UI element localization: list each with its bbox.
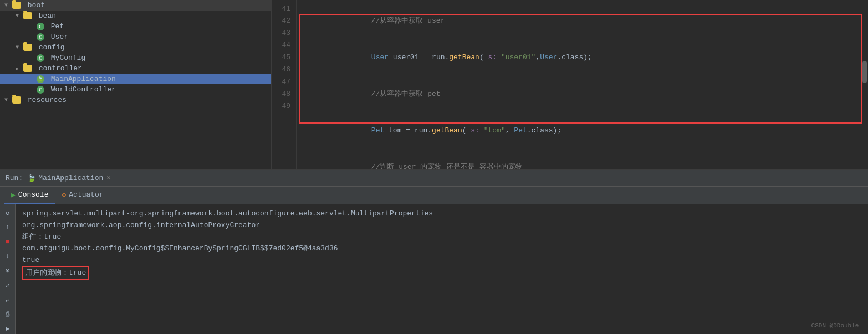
folder-icon-config bbox=[23, 44, 32, 51]
code-43-type: User bbox=[371, 53, 389, 61]
code-content[interactable]: //从容器中获取 user User user01 = run.getBean(… bbox=[297, 0, 868, 169]
code-45-1 bbox=[336, 126, 371, 135]
tree-item-resources[interactable]: ▼ resources bbox=[0, 95, 271, 105]
tab-console-label: Console bbox=[18, 191, 49, 199]
tree-item-myconfig[interactable]: C MyConfig bbox=[0, 53, 271, 63]
tree-label-myconfig: MyConfig bbox=[51, 54, 85, 62]
code-45-type: Pet bbox=[371, 126, 384, 135]
tree-item-user[interactable]: C User bbox=[0, 32, 271, 42]
class-icon-wc: C bbox=[37, 86, 44, 94]
line-num-47: 47 bbox=[272, 76, 290, 88]
run-app-name: 🍃 MainApplication bbox=[27, 174, 103, 183]
tabs-row: ▶ Console ⚙ Actuator bbox=[0, 187, 868, 204]
code-45-4 bbox=[479, 126, 484, 135]
print-button[interactable]: ⎙ bbox=[2, 310, 13, 320]
arrow-controller: ▶ bbox=[16, 65, 23, 72]
tree-item-controller[interactable]: ▶ controller bbox=[0, 63, 271, 74]
line-num-46: 46 bbox=[272, 64, 290, 76]
tab-console[interactable]: ▶ Console bbox=[4, 187, 55, 204]
arrow-bean: ▼ bbox=[16, 13, 23, 19]
rerun-button[interactable]: ↺ bbox=[2, 208, 13, 218]
arrow-config: ▼ bbox=[16, 44, 23, 50]
code-45-3: ( bbox=[462, 126, 471, 135]
comment-42: //从容器中获取 user bbox=[336, 17, 445, 25]
console-icon: ▶ bbox=[11, 191, 16, 199]
line-num-48: 48 bbox=[272, 88, 290, 100]
line-num-45: 45 bbox=[272, 52, 290, 64]
code-line-46: //判断 user 的宠物 还是不是 容器中的宠物 bbox=[302, 149, 862, 169]
run-label: Run: bbox=[6, 174, 23, 182]
folder-icon-boot bbox=[12, 2, 21, 9]
code-45-5: , bbox=[506, 126, 514, 135]
run-button[interactable]: ▶ bbox=[2, 324, 13, 334]
wrap-button[interactable]: ↵ bbox=[2, 295, 13, 305]
code-43-4 bbox=[497, 53, 501, 61]
code-45-class: Pet bbox=[514, 126, 527, 135]
code-43-2: user01 = run. bbox=[389, 53, 449, 61]
split-button[interactable]: ⇌ bbox=[2, 280, 13, 290]
code-line-44: //从容器中获取 pet bbox=[302, 76, 862, 112]
tree-label-resources: resources bbox=[28, 96, 67, 104]
console-line-3: 组件：true bbox=[22, 231, 861, 243]
highlighted-output: 用户的宠物：true bbox=[22, 266, 89, 280]
class-icon-user: C bbox=[37, 33, 44, 41]
tree-item-pet[interactable]: C Pet bbox=[0, 21, 271, 32]
tree-label-bean: bean bbox=[39, 12, 56, 20]
actuator-icon: ⚙ bbox=[62, 191, 66, 199]
comment-44: //从容器中获取 pet bbox=[336, 90, 440, 98]
code-43-str: "user01" bbox=[501, 53, 535, 61]
code-line-45: Pet tom = run.getBean( s: "tom", Pet.cla… bbox=[302, 112, 862, 149]
tree-item-worldcontroller[interactable]: C WorldController bbox=[0, 84, 271, 95]
code-45-method: getBean bbox=[432, 126, 462, 135]
code-43-1 bbox=[336, 53, 371, 61]
code-43-class: User bbox=[540, 53, 557, 61]
folder-icon-bean bbox=[23, 12, 32, 19]
arrow-resources: ▼ bbox=[4, 97, 12, 103]
console-area: ↺ ↑ ■ ↓ ⊙ ⇌ ↵ ⎙ ▶ spring.servlet.multipa… bbox=[0, 204, 868, 334]
code-43-method: getBean bbox=[449, 53, 479, 61]
line-num-44: 44 bbox=[272, 39, 290, 52]
code-45-6: .class); bbox=[527, 126, 561, 135]
code-line-42: //从容器中获取 user bbox=[302, 3, 862, 39]
scroll-handle[interactable] bbox=[862, 61, 867, 83]
console-line-4: com.atguigu.boot.config.MyConfig$$Enhanc… bbox=[22, 243, 861, 254]
file-tree: ▼ boot ▼ bean C Pet C bbox=[0, 0, 272, 169]
top-section: ▼ boot ▼ bean C Pet C bbox=[0, 0, 868, 169]
stop-button[interactable]: ■ bbox=[2, 237, 13, 246]
tree-label-pet: Pet bbox=[51, 22, 64, 30]
console-line-5: true bbox=[22, 254, 861, 266]
arrow-boot: ▼ bbox=[4, 2, 12, 8]
tree-item-bean[interactable]: ▼ bean bbox=[0, 11, 271, 21]
tree-label-mainapplication: MainApplication bbox=[51, 75, 116, 83]
tree-label-controller: controller bbox=[39, 64, 82, 73]
run-spring-icon: 🍃 bbox=[27, 174, 36, 183]
line-numbers: 41 42 43 44 45 46 47 48 49 bbox=[272, 0, 297, 169]
bottom-panel: Run: 🍃 MainApplication × ▶ Console ⚙ Act… bbox=[0, 169, 868, 334]
code-45-param: s: bbox=[471, 126, 479, 135]
console-output: spring.servlet.multipart-org.springframe… bbox=[16, 204, 868, 334]
watermark: CSDN @DDouble- bbox=[811, 320, 862, 332]
class-icon-pet: C bbox=[37, 23, 44, 30]
run-close-button[interactable]: × bbox=[106, 174, 111, 182]
line-num-41: 41 bbox=[272, 3, 290, 15]
line-num-49: 49 bbox=[272, 100, 290, 112]
tab-actuator-label: Actuator bbox=[69, 191, 103, 199]
code-editor: 41 42 43 44 45 46 47 48 49 //从容器中获取 user bbox=[272, 0, 868, 169]
comment-46: //判断 user 的宠物 还是不是 容器中的宠物 bbox=[336, 163, 522, 169]
scroll-down-button[interactable]: ↓ bbox=[2, 251, 13, 261]
console-line-6: 用户的宠物：true bbox=[22, 266, 861, 280]
tree-item-boot[interactable]: ▼ boot bbox=[0, 0, 271, 11]
spring-icon-main: 🍃 bbox=[37, 75, 44, 83]
console-sidebar: ↺ ↑ ■ ↓ ⊙ ⇌ ↵ ⎙ ▶ bbox=[0, 204, 16, 334]
class-icon-myconfig: C bbox=[37, 54, 44, 62]
scroll-up-button[interactable]: ↑ bbox=[2, 222, 13, 232]
camera-button[interactable]: ⊙ bbox=[2, 266, 13, 276]
tab-actuator[interactable]: ⚙ Actuator bbox=[55, 187, 110, 204]
tree-label-boot: boot bbox=[28, 1, 45, 9]
tree-label-config: config bbox=[39, 43, 65, 52]
code-45-str: "tom" bbox=[484, 126, 506, 135]
console-line-2: org.springframework.aop.config.internalA… bbox=[22, 219, 861, 231]
run-app-label: MainApplication bbox=[38, 174, 103, 182]
tree-item-config[interactable]: ▼ config bbox=[0, 42, 271, 53]
tree-item-mainapplication[interactable]: 🍃 MainApplication bbox=[0, 74, 271, 84]
